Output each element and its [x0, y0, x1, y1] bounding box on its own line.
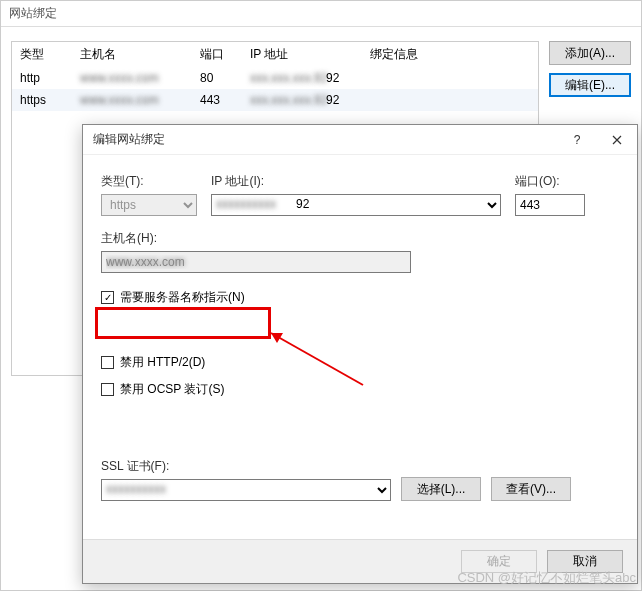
cell-type: http: [12, 67, 72, 89]
cell-ip: xxx.xxx.xxx.9292: [242, 89, 362, 111]
ocsp-checkbox-row[interactable]: 禁用 OCSP 装订(S): [101, 381, 619, 398]
cell-info: [362, 89, 538, 111]
select-cert-button[interactable]: 选择(L)...: [401, 477, 481, 501]
sni-checkbox[interactable]: [101, 291, 114, 304]
host-input[interactable]: [101, 251, 411, 273]
ssl-select[interactable]: [101, 479, 391, 501]
sni-checkbox-row[interactable]: 需要服务器名称指示(N): [101, 289, 619, 306]
http2-checkbox-row[interactable]: 禁用 HTTP/2(D): [101, 354, 619, 371]
view-cert-button[interactable]: 查看(V)...: [491, 477, 571, 501]
edit-button[interactable]: 编辑(E)...: [549, 73, 631, 97]
close-icon: [612, 135, 622, 145]
dialog-title: 编辑网站绑定: [83, 131, 557, 148]
port-label: 端口(O):: [515, 173, 585, 190]
dialog-titlebar: 编辑网站绑定 ?: [83, 125, 637, 155]
cell-host: www.xxxx.com: [72, 89, 192, 111]
add-button[interactable]: 添加(A)...: [549, 41, 631, 65]
col-type[interactable]: 类型: [12, 42, 72, 67]
watermark: CSDN @好记忆不如烂笔头abc: [457, 569, 636, 587]
http2-label: 禁用 HTTP/2(D): [120, 354, 205, 371]
type-label: 类型(T):: [101, 173, 197, 190]
http2-checkbox[interactable]: [101, 356, 114, 369]
main-titlebar: 网站绑定: [1, 1, 641, 27]
close-button[interactable]: [597, 125, 637, 155]
cell-port: 443: [192, 89, 242, 111]
col-host[interactable]: 主机名: [72, 42, 192, 67]
cell-port: 80: [192, 67, 242, 89]
help-button[interactable]: ?: [557, 125, 597, 155]
type-select: https: [101, 194, 197, 216]
ip-label: IP 地址(I):: [211, 173, 501, 190]
ocsp-label: 禁用 OCSP 装订(S): [120, 381, 224, 398]
ocsp-checkbox[interactable]: [101, 383, 114, 396]
sni-label: 需要服务器名称指示(N): [120, 289, 245, 306]
host-label: 主机名(H):: [101, 230, 411, 247]
table-row[interactable]: https www.xxxx.com 443 xxx.xxx.xxx.9292: [12, 89, 538, 111]
edit-binding-dialog: 编辑网站绑定 ? 类型(T): https IP 地址(I): xxxxxxxx…: [82, 124, 638, 584]
port-input[interactable]: [515, 194, 585, 216]
cell-ip: xxx.xxx.xxx.9292: [242, 67, 362, 89]
col-info[interactable]: 绑定信息: [362, 42, 538, 67]
bindings-table: 类型 主机名 端口 IP 地址 绑定信息 http www.xxxx.com 8…: [12, 42, 538, 111]
cell-type: https: [12, 89, 72, 111]
cell-host: www.xxxx.com: [72, 67, 192, 89]
main-title: 网站绑定: [9, 5, 57, 22]
col-ip[interactable]: IP 地址: [242, 42, 362, 67]
table-row[interactable]: http www.xxxx.com 80 xxx.xxx.xxx.9292: [12, 67, 538, 89]
col-port[interactable]: 端口: [192, 42, 242, 67]
ip-select[interactable]: [211, 194, 501, 216]
cell-info: [362, 67, 538, 89]
ssl-label: SSL 证书(F):: [101, 458, 391, 475]
